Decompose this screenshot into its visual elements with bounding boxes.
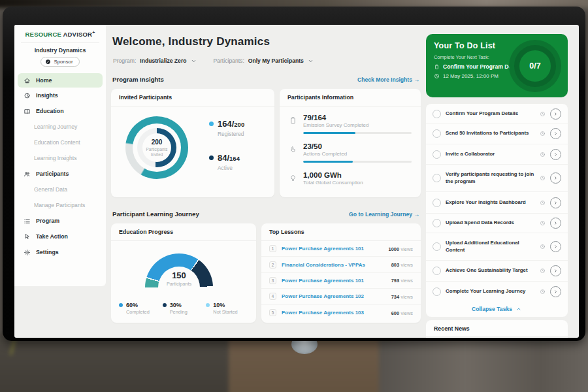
sidebar-item-program[interactable]: Program [14, 213, 106, 229]
caret-up-icon [515, 306, 522, 312]
task-row[interactable]: Invite a Collaborator [426, 144, 568, 165]
sponsor-badge[interactable]: Sponsor [41, 57, 79, 67]
link-label: Go to Learning Journey [349, 211, 412, 218]
lesson-link[interactable]: Power Purchase Agreements 103 [282, 310, 386, 316]
task-row[interactable]: Upload Additional Educational Content [426, 233, 568, 261]
sidebar-item-label: Learning Journey [34, 123, 77, 130]
hand-action-icon [289, 145, 297, 154]
page-title: Welcome, Industry Dynamics [112, 35, 270, 48]
top-lessons-card: Top Lessons 1 Power Purchase Agreements … [261, 223, 421, 323]
insights-icon [24, 92, 31, 99]
card-title: Education Progress [111, 223, 256, 241]
info-label: Emission Survey Completed [303, 122, 412, 128]
sidebar-item-learning-journey[interactable]: Learning Journey [14, 119, 106, 135]
participants-filter[interactable]: Participants: Only My Participants [214, 57, 314, 64]
task-checkbox[interactable] [433, 129, 441, 138]
legend-registered: 164/200 Registered [209, 118, 244, 137]
sidebar-item-education[interactable]: Education [14, 103, 106, 119]
arrow-right-icon: → [414, 211, 419, 218]
home-icon [24, 77, 31, 84]
sidebar-item-insights[interactable]: Insights [14, 88, 106, 103]
chevron-right-button[interactable] [550, 149, 561, 160]
task-label: Confirm Your Program Details [446, 110, 535, 117]
chevron-right-button[interactable] [550, 108, 561, 120]
background-right [379, 333, 588, 392]
clock-icon [540, 111, 546, 117]
task-checkbox[interactable] [433, 267, 441, 275]
scene: RESOURCE ADVISOR+ Industry Dynamics Spon… [0, 0, 588, 392]
clock-icon [540, 152, 546, 157]
check-more-insights-link[interactable]: Check More Insights → [357, 76, 419, 83]
sidebar-item-learning-insights[interactable]: Learning Insights [14, 150, 106, 166]
task-row[interactable]: Upload Spend Data Records [426, 214, 568, 233]
legend-completed: 60% Completed [119, 302, 163, 315]
sidebar-item-education-content[interactable]: Education Content [14, 135, 106, 150]
link-label: Check More Insights [357, 76, 412, 83]
lesson-link[interactable]: Power Purchase Agreements 101 [282, 278, 386, 284]
chevron-right-button[interactable] [550, 128, 561, 139]
legend-bullet [209, 122, 214, 126]
lesson-views-word: views [401, 310, 413, 316]
task-checkbox[interactable] [433, 199, 441, 207]
task-row[interactable]: Verify participants requesting to join t… [426, 165, 568, 192]
sidebar-item-label: Education [36, 108, 64, 114]
chevron-right-icon [553, 111, 559, 117]
task-checkbox[interactable] [433, 150, 441, 159]
chevron-right-button[interactable] [550, 286, 561, 297]
task-checkbox[interactable] [433, 287, 441, 296]
chevron-right-button[interactable] [550, 172, 561, 184]
sidebar-item-manage-participants[interactable]: Manage Participants [14, 197, 106, 213]
task-row[interactable]: Confirm Your Program Details [426, 105, 568, 123]
dashboard-screen: RESOURCE ADVISOR+ Industry Dynamics Spon… [14, 25, 579, 338]
sidebar: RESOURCE ADVISOR+ Industry Dynamics Spon… [14, 25, 106, 286]
gauge-center: 150 Participants [145, 270, 213, 287]
lesson-views-word: views [401, 278, 413, 284]
lesson-link[interactable]: Financial Considerations - VPPAs [282, 262, 386, 268]
task-row[interactable]: Send 50 Invitations to Participants [426, 123, 568, 144]
sidebar-item-settings[interactable]: Settings [14, 244, 106, 260]
lesson-row: 5 Power Purchase Agreements 103 600 view… [261, 305, 421, 321]
sidebar-item-general-data[interactable]: General Data [14, 182, 106, 197]
lightbulb-icon [289, 174, 297, 182]
take-action-icon [24, 233, 31, 240]
task-checkbox[interactable] [433, 110, 441, 118]
settings-icon [24, 249, 31, 256]
task-row[interactable]: Achieve One Sustainability Target [426, 261, 568, 282]
lesson-rank: 2 [269, 261, 276, 269]
chevron-right-button[interactable] [550, 218, 561, 229]
clock-icon [540, 289, 546, 295]
chevron-right-button[interactable] [550, 265, 561, 276]
info-row-survey: 79/164 Emission Survey Completed [289, 114, 412, 134]
education-icon [24, 108, 31, 115]
sidebar-item-label: Participants [36, 171, 69, 177]
clock-icon [540, 220, 546, 226]
chevron-down-icon [308, 58, 314, 64]
task-label: Complete Your Learning Journey [446, 288, 535, 295]
participants-icon [24, 171, 31, 178]
participants-information-card: Participants Information 79/164 Emission… [280, 89, 421, 197]
collapse-tasks-button[interactable]: Collapse Tasks [426, 301, 568, 317]
gauge-center-value: 150 [145, 270, 213, 280]
lesson-link[interactable]: Power Purchase Agreements 102 [282, 293, 386, 299]
sidebar-item-participants[interactable]: Participants [14, 166, 106, 182]
sidebar-item-home[interactable]: Home [18, 73, 103, 88]
sidebar-item-label: Take Action [36, 233, 68, 240]
chevron-right-icon [553, 200, 559, 206]
chevron-right-button[interactable] [550, 241, 561, 252]
progress-track [303, 132, 412, 134]
task-checkbox[interactable] [433, 174, 441, 182]
chevron-right-icon [553, 175, 559, 181]
lesson-link[interactable]: Power Purchase Agreements 101 [282, 246, 384, 252]
chevron-right-button[interactable] [550, 197, 561, 208]
task-row[interactable]: Complete Your Learning Journey [426, 282, 568, 301]
program-filter[interactable]: Program: Industrialize Zero [113, 57, 197, 64]
clock-icon [540, 131, 546, 137]
learning-journey-header: Participant Learning Journey Go to Learn… [112, 210, 419, 218]
legend-bullet [206, 303, 210, 307]
task-row[interactable]: Explore Your Insights Dashboard [426, 192, 568, 214]
sidebar-item-take-action[interactable]: Take Action [14, 229, 106, 244]
go-to-learning-journey-link[interactable]: Go to Learning Journey → [349, 211, 419, 218]
lesson-views-count: 600 [391, 310, 399, 316]
task-checkbox[interactable] [433, 242, 441, 251]
task-checkbox[interactable] [433, 219, 441, 227]
